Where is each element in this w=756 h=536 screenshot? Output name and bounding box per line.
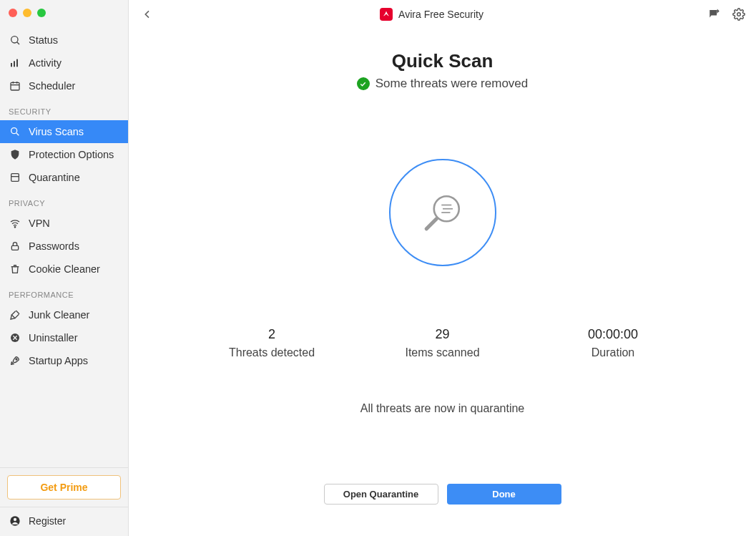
sidebar-item-label: Protection Options (29, 149, 114, 160)
svg-rect-2 (11, 63, 12, 67)
stat-label: Duration (591, 346, 634, 359)
scheduler-icon (9, 79, 21, 92)
topbar-actions (707, 7, 746, 21)
sidebar-nav: Status Activity Scheduler SECURITY Virus… (0, 29, 128, 467)
svg-rect-4 (16, 59, 18, 67)
window-controls (0, 0, 128, 29)
uninstall-icon (9, 331, 21, 344)
sidebar-section-security-label: SECURITY (0, 97, 128, 120)
sidebar-item-uninstaller[interactable]: Uninstaller (0, 326, 128, 349)
sidebar-item-label: Passwords (29, 240, 79, 252)
svg-line-10 (16, 133, 19, 135)
stat-value: 00:00:00 (588, 327, 638, 342)
sidebar-item-label: Virus Scans (29, 126, 84, 137)
window-maximize-button[interactable] (37, 9, 46, 17)
svg-point-0 (11, 36, 18, 43)
svg-rect-5 (11, 82, 19, 90)
sidebar-item-label: Startup Apps (29, 355, 88, 366)
sidebar-item-label: Scheduler (29, 80, 75, 92)
scan-stats-row: 2 Threats detected 29 Items scanned 00:0… (157, 327, 727, 359)
sidebar: Status Activity Scheduler SECURITY Virus… (0, 0, 129, 536)
scan-summary-text: All threats are now in quarantine (360, 402, 524, 415)
settings-button[interactable] (732, 7, 746, 21)
register-label: Register (29, 515, 66, 527)
stat-label: Threats detected (229, 346, 315, 359)
magnifier-icon (9, 125, 21, 138)
sidebar-item-vpn[interactable]: VPN (0, 212, 128, 235)
scan-status-row: Some threats were removed (357, 77, 529, 91)
quarantine-icon (9, 171, 21, 184)
shield-icon (9, 148, 21, 161)
svg-line-1 (17, 42, 19, 44)
stat-value: 29 (435, 327, 449, 342)
status-icon (9, 34, 21, 47)
sidebar-item-label: Quarantine (29, 172, 80, 183)
stat-duration: 00:00:00 Duration (556, 327, 670, 359)
brand-badge-icon (380, 8, 393, 21)
svg-point-9 (11, 128, 17, 134)
stat-items-scanned: 29 Items scanned (386, 327, 500, 359)
user-icon (9, 515, 21, 527)
trash-icon (9, 263, 21, 276)
page-title: Quick Scan (392, 50, 494, 72)
sidebar-item-status[interactable]: Status (0, 29, 128, 52)
check-icon (357, 77, 370, 90)
register-button[interactable]: Register (0, 507, 128, 536)
broom-icon (9, 308, 21, 321)
topbar: Avira Free Security (129, 0, 756, 29)
sidebar-item-label: VPN (29, 218, 50, 229)
stat-label: Items scanned (405, 346, 479, 359)
lock-icon (9, 240, 21, 253)
open-quarantine-button[interactable]: Open Quarantine (324, 484, 438, 505)
sidebar-item-activity[interactable]: Activity (0, 52, 128, 74)
sidebar-item-passwords[interactable]: Passwords (0, 235, 128, 258)
back-button[interactable] (139, 6, 156, 23)
sidebar-item-label: Uninstaller (29, 332, 78, 343)
wifi-icon (9, 217, 21, 230)
app-title: Avira Free Security (398, 9, 483, 20)
sidebar-item-scheduler[interactable]: Scheduler (0, 74, 128, 97)
sidebar-item-quarantine[interactable]: Quarantine (0, 166, 128, 189)
main-area: Avira Free Security Quick Scan Some thre… (129, 0, 756, 536)
get-prime-button[interactable]: Get Prime (7, 475, 121, 500)
svg-rect-14 (11, 245, 18, 250)
svg-rect-3 (14, 61, 15, 67)
done-button[interactable]: Done (447, 484, 561, 505)
topbar-title-wrap: Avira Free Security (162, 8, 702, 21)
window-minimize-button[interactable] (23, 9, 31, 17)
svg-point-13 (14, 227, 15, 228)
sidebar-item-junk-cleaner[interactable]: Junk Cleaner (0, 303, 128, 326)
svg-line-23 (426, 219, 436, 229)
scan-status-text: Some threats were removed (375, 77, 529, 91)
svg-rect-11 (11, 174, 19, 182)
sidebar-item-startup-apps[interactable]: Startup Apps (0, 349, 128, 372)
sidebar-item-protection-options[interactable]: Protection Options (0, 143, 128, 166)
sidebar-item-label: Status (29, 34, 58, 46)
sidebar-section-privacy-label: PRIVACY (0, 189, 128, 212)
sidebar-section-performance-label: PERFORMANCE (0, 281, 128, 303)
scan-button-row: Open Quarantine Done (324, 484, 561, 522)
stat-value: 2 (268, 327, 275, 342)
sidebar-item-label: Junk Cleaner (29, 309, 89, 321)
svg-point-18 (16, 359, 17, 360)
activity-icon (9, 57, 21, 69)
scan-hero-circle (389, 159, 496, 266)
rocket-icon (9, 354, 21, 367)
feedback-button[interactable] (707, 7, 722, 21)
window-close-button[interactable] (9, 9, 17, 17)
stat-threats-detected: 2 Threats detected (215, 327, 329, 359)
magnifier-large-icon (418, 187, 468, 238)
sidebar-item-cookie-cleaner[interactable]: Cookie Cleaner (0, 258, 128, 281)
scan-result-content: Quick Scan Some threats were removed 2 (129, 29, 756, 536)
svg-point-20 (14, 518, 16, 521)
svg-point-21 (737, 13, 741, 16)
sidebar-item-label: Activity (29, 57, 62, 69)
sidebar-bottom: Get Prime Register (0, 467, 128, 536)
sidebar-item-virus-scans[interactable]: Virus Scans (0, 120, 128, 143)
sidebar-item-label: Cookie Cleaner (29, 263, 100, 275)
